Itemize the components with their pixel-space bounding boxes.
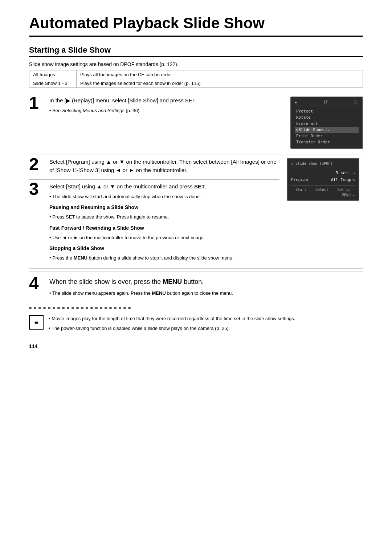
dot [53,307,55,309]
info-table: All Images Plays all the images on the C… [29,70,363,88]
sub-heading-ff: Fast Forward / Rewinding a Slide Show [49,224,279,232]
divider-2 [29,179,279,180]
dot [76,307,79,309]
divider-1 [29,155,363,155]
lcd2-btn-setup: Set up [338,188,351,192]
lcd-screen-2: ⊙ Slide Show (DPOF) 3 sec. → Program All… [287,158,359,201]
lcd2-program-label: Program [291,177,308,182]
lcd2-timer-val: 3 sec. → [336,171,355,175]
steps-left: 2 Select [Program] using ▲ or ▼ on the m… [29,158,279,265]
lcd2-header: ⊙ Slide Show (DPOF) [291,162,355,167]
table-cell-desc: Plays all the images on the CF card in o… [77,70,363,79]
step-2-text: Select [Program] using ▲ or ▼ on the mul… [49,159,277,173]
dot [119,307,121,309]
divider-3 [29,268,363,269]
step-3: 3 Select [Start] using ▲ or ▼ on the mul… [29,183,279,263]
step-1-text: In the [▶ (Replay)] menu, select [Slide … [49,97,197,103]
dotted-divider [29,307,363,309]
step-number-2: 2 [29,156,42,173]
step-3-content: Select [Start] using ▲ or ▼ on the multi… [49,183,279,263]
table-cell-label: All Images [29,70,77,79]
dot [57,307,60,309]
dot [43,307,46,309]
lcd2-program-val: All Images [331,177,355,182]
lcd2-program-row: Program All Images [291,176,355,183]
sub-heading-pause: Pausing and Resuming a Slide Show [49,204,279,211]
page-title: Automated Playback Slide Show [29,15,363,37]
lcd-item-erase: Erase all [295,121,359,127]
step-1: 1 In the [▶ (Replay)] menu, select [Slid… [29,97,363,149]
lcd2-btn-select: Select [315,188,328,192]
step-3-bullet1: • The slide show will start and automati… [49,193,279,200]
step-4: 4 When the slide show is over, press the… [29,272,363,298]
section-heading: Starting a Slide Show [29,45,363,57]
step-4-content: When the slide show is over, press the M… [49,277,363,298]
sub-pause-bullet: • Press SET to pause the show. Press it … [49,213,279,221]
note-box: ≡ • Movie images play for the length of … [29,315,363,332]
note-icon: ≡ [29,315,44,330]
step-1-bullet: • See Selecting Menus and Settings (p. 3… [49,107,283,114]
dot [48,307,50,309]
steps-right-image: ⊙ Slide Show (DPOF) 3 sec. → Program All… [287,158,363,265]
note-content: • Movie images play for the length of ti… [49,315,295,332]
dot [90,307,93,309]
step-1-content: In the [▶ (Replay)] menu, select [Slide … [49,97,283,114]
table-row: All Images Plays all the images on the C… [29,70,363,79]
note-text-1: • Movie images play for the length of ti… [49,315,295,323]
lcd2-btn-start: Start [295,188,306,192]
dot [105,307,107,309]
dot [95,307,98,309]
dot [62,307,65,309]
step-1-image: ▶ 1T 5. Protect Rotate Erase all ⊙Slide … [290,97,363,149]
step-4-bullet: • The slide show menu appears again. Pre… [49,290,363,297]
lcd-topbar: ▶ 1T 5. [295,100,359,106]
lcd2-buttons: Start Select Set up [291,185,355,192]
lcd-item-rotate: Rotate [295,114,359,121]
lcd2-menu-bar: MENU ↵ [291,193,355,197]
lcd-item-transfer: Transfer Order [295,139,359,145]
dot [86,307,88,309]
step-2-content: Select [Program] using ▲ or ▼ on the mul… [49,158,279,174]
lcd-item-print: Print Order [295,133,359,139]
dot [72,307,74,309]
lcd2-menu-label: MENU ↵ [342,193,355,197]
page-number: 114 [29,343,363,349]
steps-2-3-wrapper: 2 Select [Program] using ▲ or ▼ on the m… [29,158,363,265]
step-number-4: 4 [29,275,42,292]
dot [114,307,117,309]
dot [67,307,69,309]
step-4-text: When the slide show is over, press the M… [49,278,204,285]
lcd-num: 5. [354,100,359,104]
lcd-item-protect: Protect [295,108,359,114]
lcd-item-slideshow: ⊙Slide Show... [295,127,359,133]
table-cell-desc: Plays the images selected for each show … [77,79,363,88]
dot [34,307,36,309]
dot [38,307,41,309]
dot [109,307,112,309]
lcd-screen-1: ▶ 1T 5. Protect Rotate Erase all ⊙Slide … [290,97,363,149]
step-number-1: 1 [29,94,42,112]
step-2: 2 Select [Program] using ▲ or ▼ on the m… [29,158,279,174]
dot [29,307,32,309]
sub-heading-stop: Stopping a Slide Show [49,245,279,252]
lcd-icon-play: ▶ [295,100,297,104]
step-number-3: 3 [29,180,42,198]
step-3-text: Select [Start] using ▲ or ▼ on the multi… [49,183,206,189]
intro-text: Slide show image settings are based on D… [29,61,363,67]
dot [123,307,126,309]
table-row: Slide Show 1 - 3 Plays the images select… [29,79,363,88]
table-cell-label: Slide Show 1 - 3 [29,79,77,88]
sub-stop-bullet: • Press the MENU button during a slide s… [49,254,279,262]
sub-ff-bullet: • Use ◄ or ► on the multicontroller to m… [49,234,279,241]
note-text-2: • The power-saving function is disabled … [49,325,295,332]
dot [128,307,131,309]
dot [81,307,83,309]
dot [100,307,102,309]
lcd2-timer-row: 3 sec. → [291,170,355,176]
lcd-timer: 1T [323,100,328,104]
